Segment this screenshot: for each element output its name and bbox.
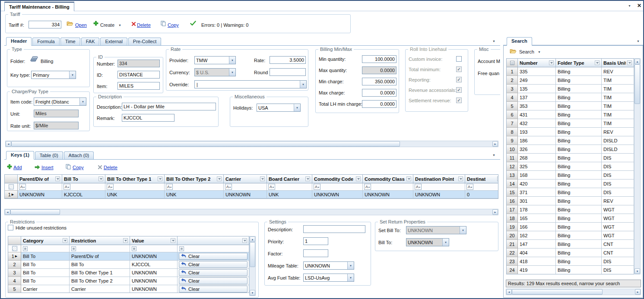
- search-cell[interactable]: 431: [518, 110, 556, 119]
- restrictions-row[interactable]: 4Bill ToBill To Other Type 2UNKNOWNClear: [8, 277, 249, 285]
- search-cell[interactable]: TIM: [602, 76, 634, 85]
- search-cell[interactable]: 301: [518, 197, 556, 205]
- search-cell[interactable]: 432: [518, 119, 556, 128]
- search-cell[interactable]: Billing: [556, 119, 602, 128]
- description-field[interactable]: LH - Dollar per Mile: [122, 103, 216, 110]
- search-result-row[interactable]: 14420BillingDIS: [507, 179, 634, 188]
- tab-formula[interactable]: Formula: [32, 38, 59, 45]
- roll-checkbox[interactable]: [456, 56, 462, 62]
- dropdown-arrow-icon[interactable]: ▼: [294, 104, 300, 111]
- row-header[interactable]: 6: [507, 110, 518, 119]
- search-cell[interactable]: Billing: [556, 171, 602, 179]
- text-filter-icon[interactable]: A▾: [314, 184, 320, 190]
- scroll-thumb[interactable]: [11, 141, 400, 147]
- restrictions-row[interactable]: 2Bill ToBill ToKJCCOLClear: [8, 261, 249, 269]
- clear-button[interactable]: Clear: [179, 286, 247, 293]
- column-filter-icon[interactable]: [123, 238, 128, 243]
- column-filter-icon[interactable]: [595, 60, 600, 65]
- keys-filter-cell[interactable]: A▾: [105, 183, 165, 191]
- search-result-row[interactable]: 9186BillingDISLD: [507, 136, 634, 145]
- search-result-row[interactable]: 11268BillingDIS: [507, 154, 634, 162]
- keys-column-header-bill-to-other-type-2[interactable]: Bill To Other Type 2: [165, 175, 224, 183]
- scroll-down-icon[interactable]: ▼: [250, 290, 255, 296]
- row-header[interactable]: 20: [507, 231, 518, 240]
- search-result-row[interactable]: 20162BillingWGT: [507, 231, 634, 240]
- search-result-row[interactable]: 21147BillingCNT: [507, 240, 634, 249]
- create-dropdown-icon[interactable]: ▼: [118, 24, 121, 27]
- header-hscrollbar[interactable]: ◄ ►: [5, 141, 498, 147]
- restrictions-column-header-value[interactable]: Value: [130, 236, 178, 245]
- keys-collapse-icon[interactable]: ▼: [492, 154, 495, 157]
- window-title-tab[interactable]: Tariff Maintenance - Billing: [4, 2, 74, 11]
- row-header[interactable]: 1▶: [5, 191, 18, 198]
- keys-filter-cell[interactable]: A▾: [165, 183, 224, 191]
- search-cell[interactable]: Billing: [556, 76, 602, 85]
- billing-field-input[interactable]: 0.0000: [362, 100, 397, 108]
- search-cell[interactable]: Billing: [556, 102, 602, 110]
- search-cell[interactable]: TIM: [602, 119, 634, 128]
- search-cell[interactable]: 135: [518, 85, 556, 93]
- billing-field-input[interactable]: 350.0000: [362, 78, 397, 85]
- restrictions-filter-cell[interactable]: [70, 245, 130, 252]
- search-button[interactable]: Search: [519, 49, 534, 54]
- search-cell[interactable]: 420: [518, 179, 556, 188]
- scroll-left-icon[interactable]: ◄: [5, 209, 10, 215]
- window-close-icon[interactable]: ✕: [637, 3, 641, 9]
- keys-cell[interactable]: UNK: [267, 191, 312, 198]
- search-cell[interactable]: Billing: [556, 67, 602, 76]
- restrictions-cell[interactable]: Carrier: [70, 285, 130, 293]
- search-cell[interactable]: Billing: [556, 188, 602, 197]
- keys-filter-cell[interactable]: A▾: [413, 183, 465, 191]
- search-cell[interactable]: Billing: [556, 93, 602, 102]
- search-cell[interactable]: Billing: [556, 85, 602, 93]
- search-cell[interactable]: 186: [518, 136, 556, 145]
- text-filter-icon[interactable]: A▾: [268, 184, 275, 190]
- row-header[interactable]: 5: [507, 102, 518, 110]
- search-cell[interactable]: 147: [518, 240, 556, 249]
- search-cell[interactable]: 168: [518, 171, 556, 179]
- search-cell[interactable]: 249: [518, 76, 556, 85]
- scroll-thumb[interactable]: [512, 289, 603, 295]
- column-filter-icon[interactable]: [171, 238, 175, 243]
- text-filter-icon[interactable]: A▾: [364, 184, 371, 190]
- column-filter-icon[interactable]: [497, 176, 498, 181]
- search-cell[interactable]: Billing: [556, 214, 602, 223]
- restrictions-cell[interactable]: UNKNOWN: [130, 252, 178, 261]
- tariff-number-input[interactable]: 334: [29, 21, 61, 28]
- row-header[interactable]: 23: [507, 257, 518, 266]
- restrictions-column-header-restriction[interactable]: Restriction: [70, 236, 130, 245]
- search-column-header-number[interactable]: Number: [518, 59, 556, 67]
- search-cell[interactable]: 165: [518, 214, 556, 223]
- scroll-track[interactable]: [400, 141, 492, 147]
- filter-box-icon[interactable]: [132, 246, 136, 251]
- scroll-track[interactable]: [634, 104, 640, 268]
- search-cell[interactable]: DIS: [602, 162, 634, 171]
- dropdown-arrow-icon[interactable]: ▼: [79, 98, 86, 105]
- roll-checkbox[interactable]: ✓: [456, 77, 462, 82]
- dropdown-arrow-icon[interactable]: ▼: [347, 262, 354, 269]
- restrictions-cell[interactable]: Bill To: [70, 261, 130, 269]
- row-header[interactable]: 11: [507, 154, 518, 162]
- item-field[interactable]: MILES: [117, 82, 160, 90]
- filter-options-icon[interactable]: [12, 246, 17, 251]
- column-filter-icon[interactable]: [260, 176, 265, 181]
- keys-column-header-destinat[interactable]: Destinat: [465, 175, 498, 183]
- scroll-thumb[interactable]: [634, 64, 640, 104]
- row-header[interactable]: 3: [8, 269, 21, 277]
- keys-cell[interactable]: 0: [465, 191, 498, 198]
- row-header[interactable]: 12: [507, 162, 518, 171]
- restrictions-column-header[interactable]: [178, 236, 249, 245]
- dropdown-arrow-icon[interactable]: ▼: [300, 81, 306, 88]
- row-header[interactable]: 2: [507, 76, 518, 85]
- roll-checkbox[interactable]: ✓: [456, 98, 462, 103]
- clear-button[interactable]: Clear: [179, 253, 247, 260]
- search-cell[interactable]: Billing: [556, 128, 602, 136]
- filter-options-icon[interactable]: [9, 184, 14, 189]
- delete-button[interactable]: Delete: [137, 22, 151, 28]
- search-cell[interactable]: DIS: [602, 171, 634, 179]
- restrictions-filter-cell[interactable]: [130, 245, 178, 252]
- column-filter-icon[interactable]: [63, 238, 67, 243]
- search-result-row[interactable]: 10326BillingDISLD: [507, 145, 634, 154]
- search-result-row[interactable]: 2249BillingTIM: [507, 76, 634, 85]
- remark-field[interactable]: KJCCOL: [122, 114, 174, 122]
